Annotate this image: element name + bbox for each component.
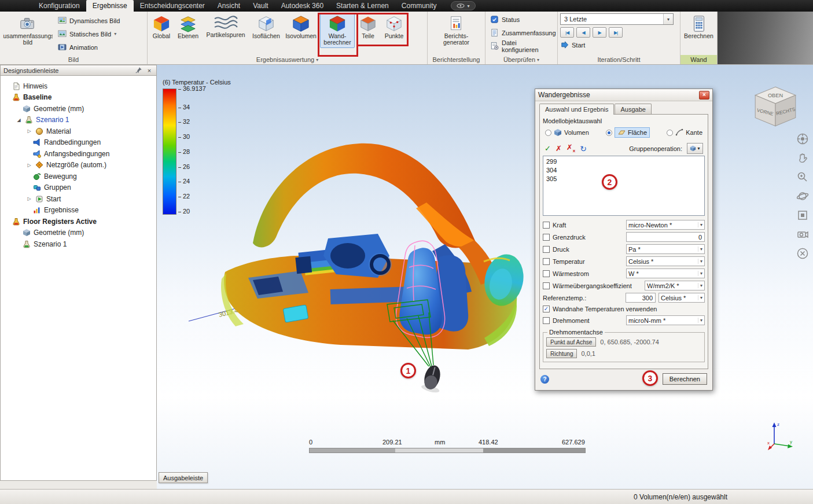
zusammenfassung-button[interactable]: Zusammenfassung: [488, 27, 555, 39]
wandnahe-checkbox[interactable]: ✓: [543, 306, 550, 312]
camera-view-icon[interactable]: [796, 227, 810, 241]
datei-konfigurieren-button[interactable]: Datei konfigurieren: [488, 40, 555, 52]
tree-item-geometrie-1[interactable]: Geometrie (mm): [1, 103, 156, 115]
referenztemp-unit-select[interactable]: Celsius *▾: [659, 293, 705, 303]
point-on-axis-button[interactable]: Punkt auf Achse: [546, 337, 596, 347]
remove-selection-icon[interactable]: ✗: [556, 145, 562, 152]
tree-item-bewegung[interactable]: Bewegung: [1, 171, 156, 182]
direction-value[interactable]: 0,0,1: [581, 350, 595, 357]
tree-item-material[interactable]: ▷ Material: [1, 126, 156, 137]
point-on-axis-value[interactable]: 0, 650.685, -2000.74: [600, 339, 659, 345]
waermestrom-unit-select[interactable]: W *▾: [626, 268, 705, 278]
viewport-3d[interactable]: 3013.45: [157, 65, 813, 489]
zoom-icon[interactable]: [796, 170, 810, 184]
pan-icon[interactable]: [796, 151, 810, 165]
iteration-dropdown[interactable]: 3 Letzte ▾: [560, 13, 674, 25]
tree-item-anfangsbedingungen[interactable]: Anfangsbedingungen: [1, 148, 156, 160]
grenzdruck-checkbox[interactable]: [543, 234, 550, 241]
isoflaechen-button[interactable]: Isoflächen: [251, 13, 282, 41]
menu-tab-entscheidungscenter[interactable]: Entscheidungscenter: [134, 0, 211, 12]
orbit-icon[interactable]: [796, 189, 810, 203]
viewcube[interactable]: OBEN VORNE RECHTS: [751, 81, 800, 131]
ebenen-button[interactable]: Ebenen: [175, 13, 201, 41]
dialog-titlebar[interactable]: Wandergebnisse ×: [535, 89, 712, 101]
waermestrom-checkbox[interactable]: [543, 270, 550, 277]
calculate-button[interactable]: Berechnen: [663, 373, 707, 385]
dialog-close-icon[interactable]: ×: [699, 91, 709, 100]
pin-icon[interactable]: [135, 67, 142, 75]
skip-forward-button[interactable]: ▶|: [609, 27, 623, 38]
list-item[interactable]: 305: [546, 175, 701, 183]
waermeuebergang-checkbox[interactable]: [543, 282, 550, 289]
services-menu[interactable]: ▾: [451, 1, 475, 10]
tree-item-baseline[interactable]: Baseline: [1, 92, 156, 104]
dynamic-image-button[interactable]: Dynamisches Bild: [56, 14, 122, 27]
temperatur-unit-select[interactable]: Celsius *▾: [626, 256, 705, 266]
direction-button[interactable]: Richtung: [546, 349, 577, 358]
menu-tab-starten-lernen[interactable]: Starten & Lernen: [330, 0, 395, 12]
step-back-button[interactable]: ◀: [576, 27, 590, 38]
reverse-selection-icon[interactable]: ↻: [580, 145, 587, 153]
tree-item-geometrie-2[interactable]: Geometrie (mm): [1, 227, 156, 239]
static-image-dropdown-icon[interactable]: ▾: [114, 31, 116, 36]
look-at-face-icon[interactable]: [796, 208, 810, 222]
selected-faces-list[interactable]: 299 304 305: [543, 156, 705, 216]
partikelspuren-button[interactable]: Partikelspuren: [203, 13, 248, 40]
drehmoment-unit-select[interactable]: microN-mm *▾: [626, 315, 705, 325]
expander-closed-icon[interactable]: ▷: [26, 128, 32, 134]
menu-tab-community[interactable]: Community: [395, 0, 443, 12]
remove-all-selection-icon[interactable]: ✗x: [566, 144, 575, 153]
list-item[interactable]: 304: [546, 166, 701, 175]
menu-tab-ansicht[interactable]: Ansicht: [211, 0, 247, 12]
kraft-checkbox[interactable]: [543, 222, 550, 229]
start-button[interactable]: Start: [560, 39, 587, 51]
expander-closed-icon[interactable]: ▷: [26, 196, 32, 201]
referenztemp-input[interactable]: 300: [626, 293, 656, 303]
kraft-unit-select[interactable]: micro-Newton *▾: [626, 220, 705, 230]
menu-tab-vault[interactable]: Vault: [247, 0, 274, 12]
iteration-dropdown-arrow-icon[interactable]: ▾: [663, 14, 673, 24]
tab-ausgabe[interactable]: Ausgabe: [615, 104, 651, 114]
isovolumen-button[interactable]: Isovolumen: [284, 13, 318, 41]
help-icon[interactable]: ?: [540, 375, 549, 384]
output-bar-button[interactable]: Ausgabeleiste: [159, 472, 208, 483]
tree-item-gruppen[interactable]: Gruppen: [1, 182, 156, 194]
tree-item-szenario1[interactable]: ◢ Szenario 1: [1, 115, 156, 126]
status-button[interactable]: Status: [488, 13, 555, 25]
radio-kante[interactable]: Kante: [667, 128, 702, 137]
tree-item-ergebnisse[interactable]: Ergebnisse: [1, 205, 156, 216]
menu-tab-konfiguration[interactable]: Konfiguration: [32, 0, 86, 12]
waermeuebergang-unit-select[interactable]: W/mm2/K *▾: [645, 281, 705, 290]
menu-tab-autodesk360[interactable]: Autodesk 360: [275, 0, 330, 12]
step-forward-button[interactable]: ▶: [593, 27, 606, 38]
druck-unit-select[interactable]: Pa *▾: [626, 244, 705, 254]
tree-item-szenario1-2[interactable]: Szenario 1: [1, 238, 156, 250]
report-generator-button[interactable]: Berichts-generator: [437, 13, 476, 48]
close-navbar-icon[interactable]: [796, 247, 810, 260]
grenzdruck-input[interactable]: 0: [626, 232, 705, 242]
sidebar-close-icon[interactable]: ×: [145, 67, 153, 74]
expander-closed-icon[interactable]: ▷: [26, 163, 32, 168]
menu-tab-ergebnisse[interactable]: Ergebnisse: [86, 0, 134, 12]
group-label-ergebnisauswertung[interactable]: Ergebnisauswertung▾: [148, 55, 427, 64]
drehmoment-checkbox[interactable]: [543, 317, 550, 324]
tree-item-hinweis[interactable]: Hinweis: [1, 80, 156, 92]
radio-volumen[interactable]: Volumen: [545, 128, 589, 137]
expander-open-icon[interactable]: ◢: [16, 117, 22, 123]
animation-button[interactable]: Animation: [56, 41, 122, 53]
navigation-wheel-icon[interactable]: [796, 132, 810, 146]
radio-flaeche[interactable]: Fläche: [606, 127, 650, 138]
global-button[interactable]: Global: [150, 13, 173, 41]
tree-item-netzgroesse[interactable]: ▷ Netzgröße (autom.): [1, 160, 156, 171]
apply-selection-icon[interactable]: ✓: [545, 145, 551, 152]
tree-item-randbedingungen[interactable]: Randbedingungen: [1, 137, 156, 149]
summary-image-button[interactable]: Zusammenfassungs-bild: [2, 13, 53, 48]
radio-volumen-circle[interactable]: [545, 130, 551, 136]
druck-checkbox[interactable]: [543, 246, 550, 253]
tree-item-floor-registers[interactable]: Floor Registers Active: [1, 216, 156, 227]
skip-back-button[interactable]: |◀: [560, 27, 574, 38]
group-operation-dropdown[interactable]: ▾: [687, 143, 703, 154]
wall-calculate-button[interactable]: Berechnen: [683, 13, 715, 41]
tab-auswahl-und-ergebnis[interactable]: Auswahl und Ergebnis: [539, 104, 614, 115]
radio-kante-circle[interactable]: [667, 130, 673, 136]
